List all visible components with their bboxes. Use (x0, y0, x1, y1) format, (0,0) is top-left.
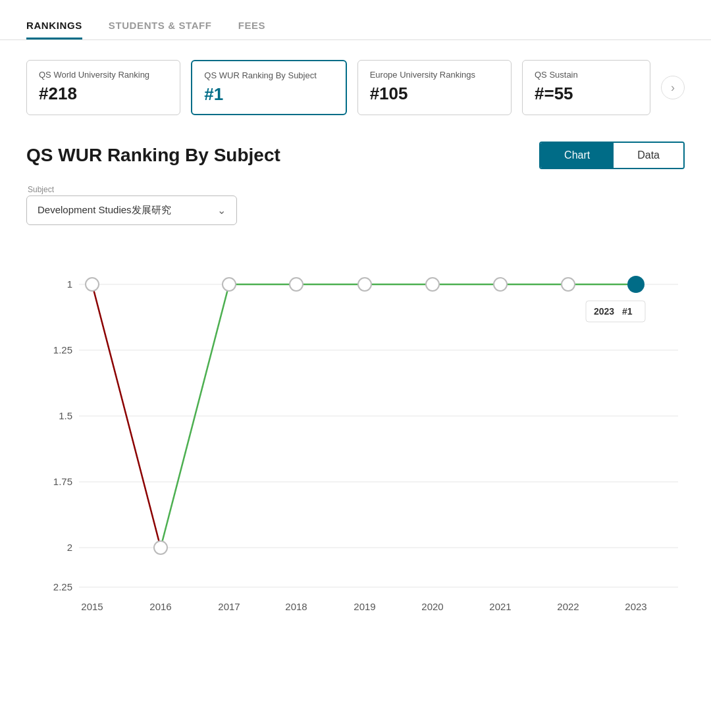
card-value-qs-wur-subject: #1 (204, 84, 332, 105)
svg-text:2023: 2023 (594, 306, 614, 317)
rank-card-qs-world[interactable]: QS World University Ranking #218 (26, 60, 180, 115)
svg-point-28 (358, 278, 371, 291)
scroll-right-button[interactable]: › (661, 76, 685, 99)
rank-card-europe[interactable]: Europe University Rankings #105 (357, 60, 512, 115)
card-title-qs-wur-subject: QS WUR Ranking By Subject (204, 70, 332, 80)
svg-point-31 (562, 278, 575, 291)
tab-rankings[interactable]: RANKINGS (26, 20, 82, 39)
svg-point-26 (223, 278, 236, 291)
svg-text:2016: 2016 (149, 601, 171, 612)
tab-fees[interactable]: FEES (238, 20, 266, 39)
top-nav: RANKINGS STUDENTS & STAFF FEES (0, 0, 711, 40)
svg-point-27 (290, 278, 303, 291)
svg-text:2019: 2019 (354, 601, 375, 612)
chevron-down-icon: ⌄ (217, 204, 226, 217)
card-value-qs-world: #218 (39, 84, 167, 104)
svg-text:1.5: 1.5 (59, 410, 72, 421)
ranking-cards: QS World University Ranking #218 QS WUR … (0, 40, 711, 122)
card-value-qs-sustain: #=55 (535, 84, 637, 104)
subject-label: Subject (26, 185, 685, 194)
subject-dropdown-wrap: Subject Development Studies发展研究 ⌄ (26, 185, 685, 225)
svg-text:2022: 2022 (557, 601, 579, 612)
main-section: QS WUR Ranking By Subject Chart Data Sub… (0, 122, 711, 616)
svg-text:2021: 2021 (489, 601, 511, 612)
rank-card-qs-wur-subject[interactable]: QS WUR Ranking By Subject #1 (191, 60, 346, 115)
subject-dropdown-value: Development Studies发展研究 (38, 204, 171, 217)
card-title-europe: Europe University Rankings (370, 70, 498, 80)
card-title-qs-sustain: QS Sustain (535, 70, 637, 80)
chart-container: 1 1.25 1.5 1.75 2 2.25 2015 2016 2017 20… (33, 245, 678, 616)
svg-text:1: 1 (67, 278, 72, 290)
rank-card-qs-sustain[interactable]: QS Sustain #=55 (522, 60, 650, 115)
svg-point-24 (86, 278, 99, 291)
svg-point-29 (426, 278, 439, 291)
svg-point-25 (154, 541, 167, 554)
svg-text:2018: 2018 (285, 601, 307, 612)
svg-point-32 (627, 276, 645, 293)
chart-toggle-button[interactable]: Chart (540, 143, 614, 168)
ranking-chart-svg: 1 1.25 1.5 1.75 2 2.25 2015 2016 2017 20… (33, 245, 691, 613)
view-toggle: Chart Data (539, 142, 685, 169)
svg-text:2017: 2017 (218, 601, 240, 612)
card-value-europe: #105 (370, 84, 498, 104)
svg-text:2015: 2015 (81, 601, 103, 612)
svg-text:1.25: 1.25 (53, 344, 72, 355)
card-title-qs-world: QS World University Ranking (39, 70, 167, 80)
section-title: QS WUR Ranking By Subject (26, 145, 280, 166)
svg-text:2023: 2023 (625, 601, 646, 612)
svg-text:2: 2 (67, 542, 72, 553)
svg-text:2.25: 2.25 (53, 581, 72, 592)
data-toggle-button[interactable]: Data (614, 143, 683, 168)
subject-dropdown[interactable]: Development Studies发展研究 ⌄ (26, 195, 237, 225)
svg-text:1.75: 1.75 (53, 476, 72, 487)
chart-area: 1 1.25 1.5 1.75 2 2.25 2015 2016 2017 20… (26, 245, 685, 616)
section-header: QS WUR Ranking By Subject Chart Data (26, 142, 685, 169)
svg-point-30 (494, 278, 507, 291)
tab-students-staff[interactable]: STUDENTS & STAFF (109, 20, 212, 39)
svg-text:#1: #1 (622, 306, 633, 317)
svg-text:2020: 2020 (421, 601, 443, 612)
